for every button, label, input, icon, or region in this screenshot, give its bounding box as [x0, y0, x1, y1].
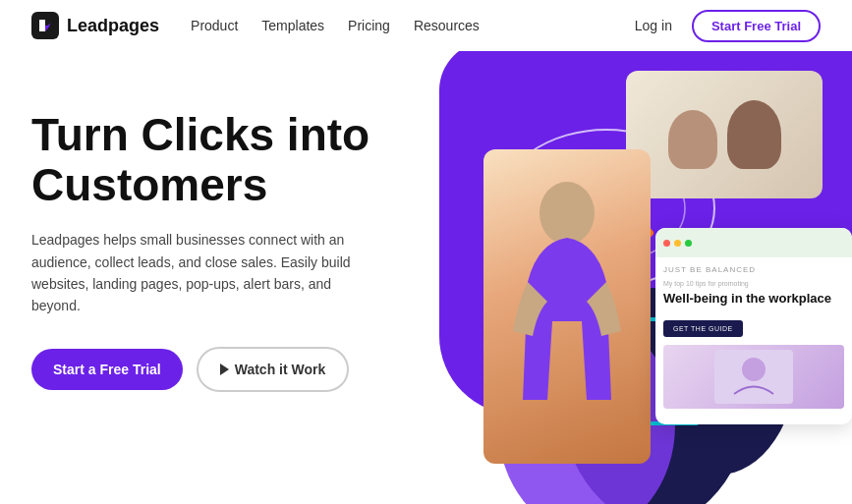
card-body: JUST BE BALANCED My top 10 tips for prom… [655, 257, 852, 417]
svg-point-5 [742, 358, 766, 381]
person-1 [668, 110, 717, 169]
hero-description: Leadpages helps small businesses connect… [31, 229, 366, 317]
leadpages-logo-icon [31, 12, 59, 39]
landing-page-card: JUST BE BALANCED My top 10 tips for prom… [655, 228, 852, 424]
play-icon [220, 364, 229, 375]
card-cta-button[interactable]: GET THE GUIDE [663, 320, 743, 337]
card-subtitle: My top 10 tips for promoting [663, 280, 844, 287]
nav-pricing[interactable]: Pricing [348, 18, 390, 33]
woman-silhouette-svg [498, 164, 636, 449]
login-link[interactable]: Log in [635, 18, 672, 33]
card-tag: JUST BE BALANCED [663, 265, 844, 274]
top-people-photo [626, 71, 823, 198]
nav-right: Log in Start Free Trial [635, 10, 821, 42]
nav-resources[interactable]: Resources [414, 18, 480, 33]
hero-title: Turn Clicks into Customers [31, 110, 444, 209]
nav-product[interactable]: Product [191, 18, 238, 33]
hero-content-left: Turn Clicks into Customers Leadpages hel… [31, 90, 444, 392]
logo[interactable]: Leadpages [31, 12, 159, 39]
dot-green [685, 240, 692, 247]
hero-buttons: Start a Free Trial Watch it Work [31, 347, 444, 392]
logo-text: Leadpages [67, 16, 159, 36]
hero-visual-right: JUST BE BALANCED My top 10 tips for prom… [380, 51, 852, 504]
navigation: Leadpages Product Templates Pricing Reso… [0, 0, 852, 51]
start-free-trial-nav-button[interactable]: Start Free Trial [692, 10, 821, 42]
card-image-graphic [714, 350, 793, 404]
card-browser-header [655, 228, 852, 257]
nav-templates[interactable]: Templates [261, 18, 324, 33]
svg-point-3 [540, 182, 595, 245]
nav-links: Product Templates Pricing Resources [191, 18, 635, 33]
card-bottom-image [663, 345, 844, 409]
start-free-trial-hero-button[interactable]: Start a Free Trial [31, 349, 183, 390]
dot-red [663, 240, 670, 247]
hero-section: Turn Clicks into Customers Leadpages hel… [0, 51, 852, 504]
woman-photo [483, 149, 651, 464]
card-title: Well-being in the workplace [663, 291, 844, 308]
watch-it-work-button[interactable]: Watch it Work [197, 347, 350, 392]
person-2 [727, 100, 781, 169]
dot-yellow [674, 240, 681, 247]
photo-people [668, 100, 781, 169]
